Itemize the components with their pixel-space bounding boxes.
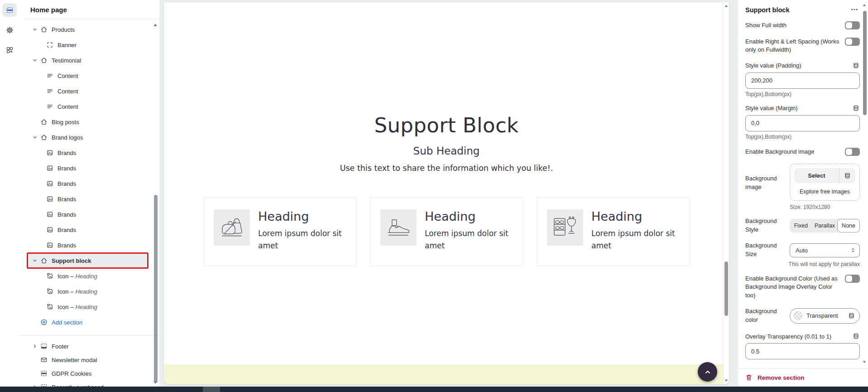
tree-item-brand-logos[interactable]: Brand logos — [19, 130, 159, 145]
tree-item-icon-heading[interactable]: Icon –Heading — [19, 284, 159, 299]
dynamic-source-icon[interactable] — [852, 105, 860, 112]
content-icon — [46, 103, 53, 110]
card-body: Lorem ipsum dolor sit amet — [591, 227, 679, 252]
tree-item-brands[interactable]: Brands — [19, 207, 159, 222]
bg-style-label: Background Style — [745, 217, 785, 234]
dynamic-source-icon[interactable] — [852, 62, 860, 69]
dynamic-source-icon[interactable] — [852, 333, 860, 340]
toggle-enable-bg-image[interactable] — [845, 148, 860, 156]
chevron-down-icon[interactable] — [32, 257, 38, 264]
scroll-up-arrow-icon[interactable] — [863, 4, 866, 6]
tree-item-label: Icon – — [58, 273, 73, 280]
tree-item-brands[interactable]: Brands — [19, 160, 159, 176]
tree-item-label: Brand logos — [52, 134, 83, 141]
taskbar — [0, 387, 868, 392]
tree-item-brands[interactable]: Brands — [19, 222, 159, 237]
section-tree-footer: FooterNewsletter modalGDPR CookiesRecent… — [19, 335, 159, 392]
tree-item-brands[interactable]: Brands — [19, 176, 159, 191]
tree-item-label: Brands — [58, 242, 76, 249]
tree-item-label: Brands — [58, 211, 76, 218]
toggle-knob — [846, 149, 852, 155]
scrollbar-thumb[interactable] — [863, 11, 867, 115]
section-tree: ProductsBannerTestimonialContentContentC… — [19, 19, 159, 330]
rail-sections-button[interactable] — [2, 3, 17, 17]
tree-item-label: Content — [58, 88, 78, 95]
bg-color-picker[interactable]: Transparent — [790, 308, 860, 324]
preview-scrollbar[interactable] — [723, 2, 729, 384]
tree-item-label: Support block — [52, 257, 91, 264]
dynamic-source-icon[interactable] — [848, 312, 855, 319]
tree-item-newsletter-modal[interactable]: Newsletter modal — [19, 353, 159, 367]
scroll-down-arrow-icon[interactable] — [153, 381, 157, 384]
tree-item-content[interactable]: Content — [19, 68, 159, 83]
padding-input[interactable] — [745, 73, 860, 89]
tree-item-blog-posts[interactable]: Blog posts — [19, 114, 159, 130]
tree-item-label: Content — [58, 73, 78, 79]
rail-theme-settings-button[interactable] — [2, 23, 17, 37]
bg-style-option-fixed[interactable]: Fixed — [790, 219, 812, 232]
image-icon — [46, 195, 53, 203]
tree-item-brands[interactable]: Brands — [19, 191, 159, 207]
tree-item-brands[interactable]: Brands — [19, 237, 159, 253]
tree-item-content[interactable]: Content — [19, 99, 159, 114]
bg-size-select[interactable]: Auto — [790, 243, 860, 257]
tree-item-brands[interactable]: Brands — [19, 145, 159, 160]
scroll-top-button[interactable] — [698, 362, 717, 382]
remove-section-button[interactable]: Remove section — [745, 374, 805, 381]
tree-item-label: Brands — [58, 165, 76, 172]
tree-item-content[interactable]: Content — [19, 83, 159, 99]
scroll-down-arrow-icon[interactable] — [725, 379, 728, 382]
card-heading: Heading — [425, 209, 513, 223]
card-body: Lorem ipsum dolor sit amet — [425, 227, 513, 252]
panel-scrollbar[interactable] — [862, 0, 868, 365]
chevron-down-icon[interactable] — [32, 26, 38, 33]
toggle-enable-spacing[interactable] — [845, 38, 860, 46]
scroll-up-arrow-icon[interactable] — [153, 24, 157, 26]
bg-image-size-helper: Size: 1920x1280 — [790, 204, 860, 210]
margin-label: Style value (Margin) — [745, 105, 798, 111]
bg-color-label: Background color — [745, 307, 785, 324]
tree-item-icon-heading[interactable]: Icon –Heading — [19, 299, 159, 315]
chevron-down-icon[interactable] — [32, 134, 38, 140]
toggle-enable-bg-color[interactable] — [845, 275, 860, 283]
tree-item-support-block[interactable]: Support block — [19, 253, 159, 268]
tree-item-label-em: Heading — [75, 304, 97, 310]
rail-apps-button[interactable] — [2, 43, 17, 57]
scroll-down-arrow-icon[interactable] — [863, 361, 866, 363]
margin-input[interactable] — [745, 115, 860, 131]
dynamic-source-icon[interactable] — [839, 168, 855, 183]
tree-item-label-em: Heading — [75, 273, 97, 280]
tree-item-footer[interactable]: Footer — [19, 339, 159, 353]
preview-canvas: Support Block Sub Heading Use this text … — [164, 2, 729, 384]
overlay-input[interactable] — [745, 343, 860, 359]
select-image-button[interactable]: Select — [794, 168, 855, 183]
chevron-down-icon[interactable] — [32, 57, 38, 63]
add-section-button[interactable]: Add section — [19, 315, 159, 330]
scrollbar-thumb[interactable] — [724, 261, 728, 316]
toggle-show-full-width[interactable] — [845, 21, 860, 29]
margin-helper: Top(px),Bottom(px) — [745, 134, 860, 140]
updown-arrows-icon — [850, 247, 856, 253]
footer-icon — [40, 343, 48, 350]
bags-illustration-icon — [214, 209, 250, 246]
scrollbar-thumb[interactable] — [154, 195, 158, 383]
section-menu-button[interactable] — [849, 5, 860, 15]
taskbar-notch — [203, 387, 220, 392]
tree-item-gdpr-cookies[interactable]: GDPR Cookies — [19, 367, 159, 380]
image-icon — [46, 242, 53, 249]
tree-item-label: Add section — [52, 319, 82, 326]
preview-area: Support Block Sub Heading Use this text … — [159, 0, 738, 387]
chevron-right-icon[interactable] — [32, 343, 38, 349]
panel-title: Support block — [745, 6, 789, 14]
tree-item-testimonial[interactable]: Testimonial — [19, 53, 159, 68]
bg-style-option-parallax[interactable]: Parallax — [812, 219, 837, 232]
bg-style-option-none[interactable]: None — [837, 219, 860, 232]
tree-item-banner[interactable]: Banner — [19, 37, 159, 53]
explore-free-images-link[interactable]: Explore free images — [800, 189, 850, 195]
sidebar-scrollbar[interactable] — [153, 0, 158, 387]
support-card: HeadingLorem ipsum dolor sit amet — [370, 197, 523, 266]
scroll-up-arrow-icon[interactable] — [725, 5, 728, 7]
support-card: HeadingLorem ipsum dolor sit amet — [537, 197, 690, 266]
tree-item-products[interactable]: Products — [19, 22, 159, 37]
tree-item-icon-heading[interactable]: Icon –Heading — [19, 268, 159, 284]
